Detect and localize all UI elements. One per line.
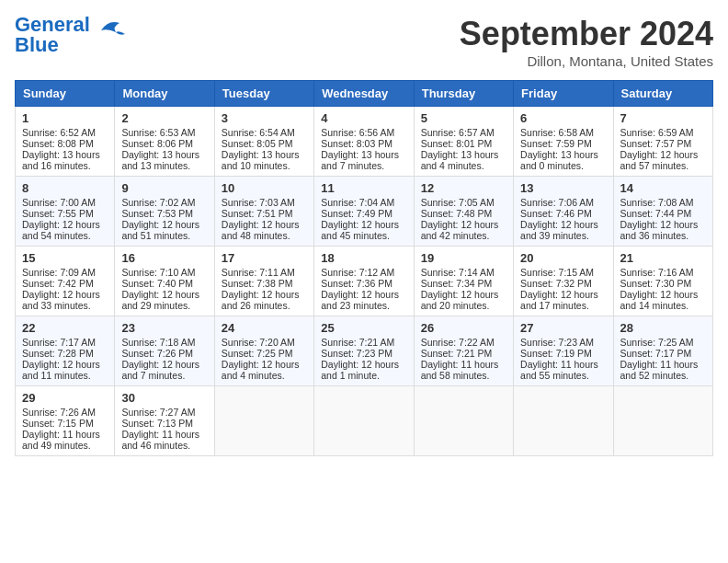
sunrise: Sunrise: 7:20 AM <box>222 337 295 348</box>
calendar-header-row: Sunday Monday Tuesday Wednesday Thursday… <box>16 81 713 107</box>
calendar-cell: 12 Sunrise: 7:05 AM Sunset: 7:48 PM Dayl… <box>414 177 513 247</box>
month-title: September 2024 <box>460 15 713 53</box>
sunset: Sunset: 7:49 PM <box>321 208 392 219</box>
day-number: 14 <box>620 181 706 195</box>
calendar-cell: 25 Sunrise: 7:21 AM Sunset: 7:23 PM Dayl… <box>314 316 414 386</box>
calendar-cell: 13 Sunrise: 7:06 AM Sunset: 7:46 PM Dayl… <box>514 177 613 247</box>
calendar-cell: 5 Sunrise: 6:57 AM Sunset: 8:01 PM Dayli… <box>414 107 513 177</box>
calendar-cell: 1 Sunrise: 6:52 AM Sunset: 8:08 PM Dayli… <box>16 107 115 177</box>
sunrise: Sunrise: 7:21 AM <box>321 337 394 348</box>
daylight: Daylight: 12 hours and 4 minutes. <box>222 359 300 381</box>
sunset: Sunset: 7:23 PM <box>321 348 392 359</box>
daylight: Daylight: 12 hours and 20 minutes. <box>421 289 499 311</box>
daylight: Daylight: 12 hours and 39 minutes. <box>520 219 598 241</box>
calendar-cell: 14 Sunrise: 7:08 AM Sunset: 7:44 PM Dayl… <box>613 177 712 247</box>
calendar-cell: 7 Sunrise: 6:59 AM Sunset: 7:57 PM Dayli… <box>613 107 712 177</box>
calendar-cell: 8 Sunrise: 7:00 AM Sunset: 7:55 PM Dayli… <box>16 177 115 247</box>
sunrise: Sunrise: 7:08 AM <box>620 197 694 208</box>
calendar-cell: 9 Sunrise: 7:02 AM Sunset: 7:53 PM Dayli… <box>115 177 214 247</box>
daylight: Daylight: 12 hours and 7 minutes. <box>121 359 199 381</box>
sunrise: Sunrise: 7:16 AM <box>620 267 694 278</box>
calendar-cell: 24 Sunrise: 7:20 AM Sunset: 7:25 PM Dayl… <box>214 316 313 386</box>
calendar-cell: 27 Sunrise: 7:23 AM Sunset: 7:19 PM Dayl… <box>514 316 613 386</box>
daylight: Daylight: 12 hours and 23 minutes. <box>321 289 399 311</box>
day-number: 9 <box>121 181 207 195</box>
daylight: Daylight: 12 hours and 26 minutes. <box>222 289 300 311</box>
sunrise: Sunrise: 7:17 AM <box>22 337 96 348</box>
sunset: Sunset: 7:53 PM <box>121 208 193 219</box>
calendar-week-row: 22 Sunrise: 7:17 AM Sunset: 7:28 PM Dayl… <box>16 316 713 386</box>
daylight: Daylight: 13 hours and 16 minutes. <box>22 149 100 171</box>
calendar-cell: 15 Sunrise: 7:09 AM Sunset: 7:42 PM Dayl… <box>16 247 115 316</box>
sunset: Sunset: 7:26 PM <box>121 348 193 359</box>
daylight: Daylight: 11 hours and 58 minutes. <box>421 359 499 381</box>
sunrise: Sunrise: 7:11 AM <box>222 267 295 278</box>
calendar-cell: 10 Sunrise: 7:03 AM Sunset: 7:51 PM Dayl… <box>214 177 313 247</box>
calendar-cell <box>214 386 313 456</box>
col-tuesday: Tuesday <box>214 81 313 107</box>
sunrise: Sunrise: 7:15 AM <box>520 267 594 278</box>
sunset: Sunset: 7:48 PM <box>421 208 493 219</box>
calendar-cell: 2 Sunrise: 6:53 AM Sunset: 8:06 PM Dayli… <box>115 107 214 177</box>
daylight: Daylight: 13 hours and 0 minutes. <box>520 149 598 171</box>
calendar-cell <box>314 386 414 456</box>
sunset: Sunset: 7:32 PM <box>520 278 592 289</box>
day-number: 28 <box>620 321 706 335</box>
day-number: 24 <box>222 321 307 335</box>
sunset: Sunset: 7:34 PM <box>421 278 493 289</box>
daylight: Daylight: 12 hours and 45 minutes. <box>321 219 399 241</box>
sunset: Sunset: 7:44 PM <box>620 208 692 219</box>
sunset: Sunset: 7:38 PM <box>222 278 293 289</box>
sunset: Sunset: 8:01 PM <box>421 138 493 149</box>
calendar-cell: 4 Sunrise: 6:56 AM Sunset: 8:03 PM Dayli… <box>314 107 414 177</box>
sunset: Sunset: 7:57 PM <box>620 138 692 149</box>
daylight: Daylight: 11 hours and 55 minutes. <box>520 359 598 381</box>
daylight: Daylight: 12 hours and 57 minutes. <box>620 149 699 171</box>
calendar-cell: 22 Sunrise: 7:17 AM Sunset: 7:28 PM Dayl… <box>16 316 115 386</box>
sunrise: Sunrise: 6:57 AM <box>421 127 495 138</box>
calendar-cell: 29 Sunrise: 7:26 AM Sunset: 7:15 PM Dayl… <box>16 386 115 456</box>
sunrise: Sunrise: 7:06 AM <box>520 197 594 208</box>
sunset: Sunset: 7:25 PM <box>222 348 293 359</box>
sunrise: Sunrise: 7:05 AM <box>421 197 495 208</box>
sunset: Sunset: 7:28 PM <box>22 348 94 359</box>
title-section: September 2024 Dillon, Montana, United S… <box>460 15 713 69</box>
sunset: Sunset: 7:55 PM <box>22 208 94 219</box>
page-header: General Blue September 2024 Dillon, Mont… <box>15 15 713 69</box>
calendar-cell: 16 Sunrise: 7:10 AM Sunset: 7:40 PM Dayl… <box>115 247 214 316</box>
sunset: Sunset: 7:21 PM <box>421 348 493 359</box>
calendar-cell <box>514 386 613 456</box>
sunrise: Sunrise: 7:27 AM <box>121 407 195 418</box>
day-number: 23 <box>121 321 207 335</box>
daylight: Daylight: 12 hours and 29 minutes. <box>121 289 199 311</box>
col-wednesday: Wednesday <box>314 81 414 107</box>
sunrise: Sunrise: 7:12 AM <box>321 267 394 278</box>
calendar-cell: 21 Sunrise: 7:16 AM Sunset: 7:30 PM Dayl… <box>613 247 712 316</box>
calendar-cell <box>613 386 712 456</box>
daylight: Daylight: 11 hours and 52 minutes. <box>620 359 699 381</box>
daylight: Daylight: 12 hours and 17 minutes. <box>520 289 598 311</box>
col-monday: Monday <box>115 81 214 107</box>
daylight: Daylight: 12 hours and 14 minutes. <box>620 289 699 311</box>
calendar-week-row: 8 Sunrise: 7:00 AM Sunset: 7:55 PM Dayli… <box>16 177 713 247</box>
sunrise: Sunrise: 6:56 AM <box>321 127 394 138</box>
calendar-cell: 3 Sunrise: 6:54 AM Sunset: 8:05 PM Dayli… <box>214 107 313 177</box>
sunset: Sunset: 7:17 PM <box>620 348 692 359</box>
day-number: 30 <box>121 391 207 405</box>
sunset: Sunset: 8:06 PM <box>121 138 193 149</box>
daylight: Daylight: 13 hours and 7 minutes. <box>321 149 399 171</box>
day-number: 19 <box>421 251 506 265</box>
logo-blue: Blue <box>15 33 59 56</box>
location: Dillon, Montana, United States <box>460 53 713 69</box>
calendar-cell: 23 Sunrise: 7:18 AM Sunset: 7:26 PM Dayl… <box>115 316 214 386</box>
calendar-cell: 30 Sunrise: 7:27 AM Sunset: 7:13 PM Dayl… <box>115 386 214 456</box>
day-number: 12 <box>421 181 506 195</box>
calendar-week-row: 29 Sunrise: 7:26 AM Sunset: 7:15 PM Dayl… <box>16 386 713 456</box>
day-number: 2 <box>121 111 207 125</box>
sunrise: Sunrise: 7:03 AM <box>222 197 295 208</box>
daylight: Daylight: 12 hours and 42 minutes. <box>421 219 499 241</box>
daylight: Daylight: 11 hours and 49 minutes. <box>22 429 100 451</box>
day-number: 10 <box>222 181 307 195</box>
day-number: 7 <box>620 111 706 125</box>
day-number: 26 <box>421 321 506 335</box>
